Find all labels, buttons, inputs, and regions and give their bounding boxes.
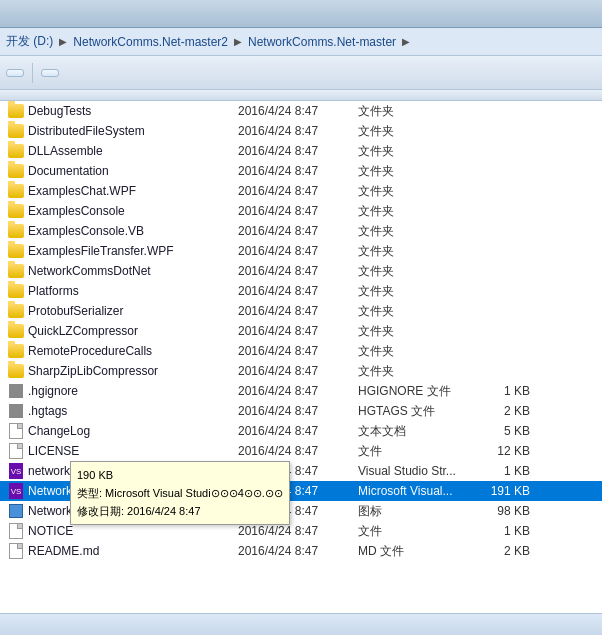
file-type: 文件 bbox=[358, 523, 478, 540]
table-row[interactable]: .hgignore2016/4/24 8:47HGIGNORE 文件1 KB bbox=[0, 381, 602, 401]
file-date: 2016/4/24 8:47 bbox=[238, 164, 358, 178]
table-row[interactable]: DebugTests2016/4/24 8:47文件夹 bbox=[0, 101, 602, 121]
file-type: HGIGNORE 文件 bbox=[358, 383, 478, 400]
file-type: 文件夹 bbox=[358, 183, 478, 200]
address-arrow-3: ▶ bbox=[402, 36, 410, 47]
folder-icon bbox=[8, 264, 24, 278]
folder-icon bbox=[8, 124, 24, 138]
address-segment-2[interactable]: NetworkComms.Net-master2 bbox=[73, 35, 228, 49]
table-row[interactable]: ProtobufSerializer2016/4/24 8:47文件夹 bbox=[0, 301, 602, 321]
table-row[interactable]: ExamplesConsole.VB2016/4/24 8:47文件夹 bbox=[0, 221, 602, 241]
file-type: 文件夹 bbox=[358, 283, 478, 300]
toolbar-divider bbox=[32, 63, 33, 83]
folder-icon bbox=[8, 344, 24, 358]
table-row[interactable]: ExamplesFileTransfer.WPF2016/4/24 8:47文件… bbox=[0, 241, 602, 261]
file-name: ExamplesFileTransfer.WPF bbox=[28, 244, 238, 258]
file-name: DistributedFileSystem bbox=[28, 124, 238, 138]
file-size: 1 KB bbox=[478, 384, 538, 398]
table-row[interactable]: QuickLZCompressor2016/4/24 8:47文件夹 bbox=[0, 321, 602, 341]
toolbar bbox=[0, 56, 602, 90]
file-type: 文件夹 bbox=[358, 323, 478, 340]
file-date: 2016/4/24 8:47 bbox=[238, 424, 358, 438]
address-segment-3[interactable]: NetworkComms.Net-master bbox=[248, 35, 396, 49]
address-segment-1[interactable]: 开发 (D:) bbox=[6, 33, 53, 50]
file-size: 12 KB bbox=[478, 444, 538, 458]
file-date: 2016/4/24 8:47 bbox=[238, 404, 358, 418]
table-row[interactable]: ChangeLog2016/4/24 8:47文本文档5 KB bbox=[0, 421, 602, 441]
table-row[interactable]: .hgtags2016/4/24 8:47HGTAGS 文件2 KB bbox=[0, 401, 602, 421]
file-type: 图标 bbox=[358, 503, 478, 520]
file-size: 1 KB bbox=[478, 464, 538, 478]
file-date: 2016/4/24 8:47 bbox=[238, 304, 358, 318]
file-date: 2016/4/24 8:47 bbox=[238, 344, 358, 358]
file-type: 文件夹 bbox=[358, 163, 478, 180]
file-type: 文件夹 bbox=[358, 343, 478, 360]
file-name: LICENSE bbox=[28, 444, 238, 458]
file-name: ExamplesChat.WPF bbox=[28, 184, 238, 198]
doc-icon bbox=[9, 523, 23, 539]
file-size: 2 KB bbox=[478, 404, 538, 418]
col-header-name[interactable] bbox=[0, 93, 240, 97]
file-name: ExamplesConsole.VB bbox=[28, 224, 238, 238]
file-date: 2016/4/24 8:47 bbox=[238, 184, 358, 198]
file-name: README.md bbox=[28, 544, 238, 558]
folder-icon bbox=[8, 164, 24, 178]
status-bar bbox=[0, 613, 602, 635]
file-name: ExamplesConsole bbox=[28, 204, 238, 218]
file-name: DLLAssemble bbox=[28, 144, 238, 158]
folder-icon bbox=[8, 304, 24, 318]
table-row[interactable]: NetworkCommsDotNet2016/4/24 8:47文件夹 bbox=[0, 261, 602, 281]
address-arrow-1: ▶ bbox=[59, 36, 67, 47]
table-row[interactable]: LICENSE2016/4/24 8:47文件12 KB bbox=[0, 441, 602, 461]
file-type: 文件夹 bbox=[358, 243, 478, 260]
file-date: 2016/4/24 8:47 bbox=[238, 524, 358, 538]
file-size: 5 KB bbox=[478, 424, 538, 438]
file-name: ProtobufSerializer bbox=[28, 304, 238, 318]
table-row[interactable]: DistributedFileSystem2016/4/24 8:47文件夹 bbox=[0, 121, 602, 141]
file-type: 文件夹 bbox=[358, 363, 478, 380]
table-row[interactable]: SharpZipLibCompressor2016/4/24 8:47文件夹 bbox=[0, 361, 602, 381]
table-row[interactable]: ExamplesConsole2016/4/24 8:47文件夹 bbox=[0, 201, 602, 221]
table-row[interactable]: Documentation2016/4/24 8:47文件夹 bbox=[0, 161, 602, 181]
file-type: 文件夹 bbox=[358, 143, 478, 160]
address-bar: 开发 (D:) ▶ NetworkComms.Net-master2 ▶ Net… bbox=[0, 28, 602, 56]
file-name: ChangeLog bbox=[28, 424, 238, 438]
folder-icon bbox=[8, 364, 24, 378]
file-date: 2016/4/24 8:47 bbox=[238, 444, 358, 458]
table-row[interactable]: RemoteProcedureCalls2016/4/24 8:47文件夹 bbox=[0, 341, 602, 361]
file-date: 2016/4/24 8:47 bbox=[238, 384, 358, 398]
column-header bbox=[0, 90, 602, 101]
file-type: 文件夹 bbox=[358, 263, 478, 280]
folder-icon bbox=[8, 224, 24, 238]
file-date: 2016/4/24 8:47 bbox=[238, 124, 358, 138]
col-header-date[interactable] bbox=[240, 93, 360, 97]
file-type: Microsoft Visual... bbox=[358, 484, 478, 498]
file-type: MD 文件 bbox=[358, 543, 478, 560]
file-date: 2016/4/24 8:47 bbox=[238, 544, 358, 558]
file-type: 文件 bbox=[358, 443, 478, 460]
file-type: 文件夹 bbox=[358, 203, 478, 220]
file-date: 2016/4/24 8:47 bbox=[238, 104, 358, 118]
file-type: 文件夹 bbox=[358, 103, 478, 120]
new-folder-button[interactable] bbox=[41, 69, 59, 77]
col-header-size[interactable] bbox=[480, 93, 540, 97]
vs-icon: VS bbox=[9, 483, 23, 499]
title-bar bbox=[0, 0, 602, 28]
file-type: 文件夹 bbox=[358, 223, 478, 240]
doc-icon bbox=[9, 443, 23, 459]
share-button[interactable] bbox=[6, 69, 24, 77]
file-name: .hgtags bbox=[28, 404, 238, 418]
img-icon bbox=[9, 504, 23, 518]
table-row[interactable]: DLLAssemble2016/4/24 8:47文件夹 bbox=[0, 141, 602, 161]
col-header-type[interactable] bbox=[360, 93, 480, 97]
file-date: 2016/4/24 8:47 bbox=[238, 144, 358, 158]
folder-icon bbox=[8, 324, 24, 338]
table-row[interactable]: README.md2016/4/24 8:47MD 文件2 KB bbox=[0, 541, 602, 561]
file-type: 文件夹 bbox=[358, 123, 478, 140]
file-name: RemoteProcedureCalls bbox=[28, 344, 238, 358]
file-name: Documentation bbox=[28, 164, 238, 178]
file-date: 2016/4/24 8:47 bbox=[238, 364, 358, 378]
file-date: 2016/4/24 8:47 bbox=[238, 204, 358, 218]
table-row[interactable]: Platforms2016/4/24 8:47文件夹 bbox=[0, 281, 602, 301]
table-row[interactable]: ExamplesChat.WPF2016/4/24 8:47文件夹 bbox=[0, 181, 602, 201]
